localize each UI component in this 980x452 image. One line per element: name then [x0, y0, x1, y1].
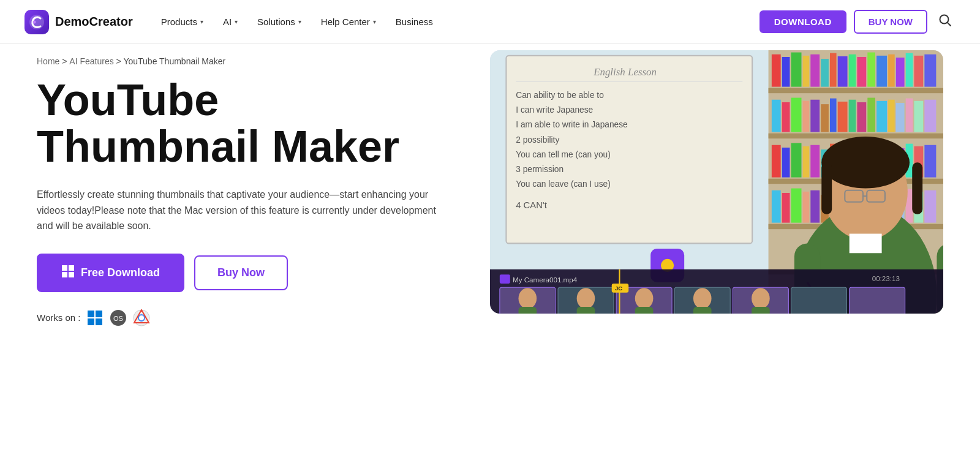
breadcrumb: Home > AI Features > YouTube Thumbnail M…	[37, 56, 453, 77]
brand-name: DemoCreator	[55, 15, 133, 29]
svg-rect-42	[782, 102, 790, 132]
svg-rect-26	[791, 53, 802, 87]
svg-rect-61	[803, 146, 810, 178]
help-chevron-icon: ▾	[373, 18, 376, 25]
breadcrumb-ai-features[interactable]: AI Features	[69, 56, 113, 66]
svg-rect-25	[782, 57, 790, 87]
svg-rect-77	[791, 189, 802, 223]
svg-rect-74	[924, 145, 936, 178]
svg-rect-37	[896, 58, 905, 87]
svg-rect-28	[810, 55, 820, 87]
nav-business[interactable]: Business	[387, 12, 442, 32]
svg-rect-56	[914, 101, 923, 132]
svg-rect-33	[857, 57, 866, 87]
hero-title: YouTube Thumbnail Maker	[37, 77, 453, 170]
hero-buttons: Free Download Buy Now	[37, 254, 453, 292]
hero-left: Home > AI Features > YouTube Thumbnail M…	[37, 50, 453, 326]
nav-products[interactable]: Products ▾	[153, 12, 212, 32]
windows-icon	[61, 265, 75, 281]
svg-rect-138	[693, 307, 712, 314]
nav-help-center[interactable]: Help Center ▾	[312, 12, 385, 32]
svg-rect-46	[821, 104, 829, 132]
svg-rect-91	[924, 190, 936, 223]
svg-rect-40	[924, 55, 936, 87]
svg-rect-8	[88, 311, 94, 317]
svg-rect-41	[772, 100, 781, 132]
svg-rect-43	[791, 98, 802, 132]
svg-rect-140	[752, 307, 770, 314]
svg-rect-128	[850, 287, 905, 314]
nav-actions: DOWNLOAD BUY NOW	[760, 10, 956, 34]
svg-rect-29	[821, 59, 829, 86]
hero-description: Effortlessly create stunning thumbnails …	[37, 187, 453, 234]
products-chevron-icon: ▾	[200, 18, 203, 25]
svg-rect-54	[896, 103, 905, 132]
buy-now-button[interactable]: Buy Now	[194, 255, 288, 290]
svg-rect-79	[810, 190, 820, 223]
svg-point-133	[577, 288, 595, 309]
svg-rect-50	[857, 102, 866, 132]
svg-rect-10	[88, 318, 94, 325]
svg-rect-51	[867, 98, 875, 132]
svg-rect-27	[803, 56, 810, 87]
nav-links: Products ▾ AI ▾ Solutions ▾ Help Center …	[153, 12, 760, 32]
svg-text:You can leave       (can I use: You can leave (can I use)	[516, 179, 611, 189]
svg-rect-108	[912, 162, 922, 214]
logo-link[interactable]: DemoCreator	[24, 10, 133, 34]
svg-rect-127	[791, 287, 847, 314]
works-on: Works on : OS	[37, 309, 453, 326]
ai-chevron-icon: ▾	[235, 18, 238, 25]
svg-rect-62	[810, 145, 820, 178]
svg-rect-9	[96, 311, 102, 317]
svg-rect-52	[876, 101, 887, 132]
svg-rect-7	[69, 272, 74, 277]
svg-rect-53	[888, 100, 895, 132]
svg-text:2  possibility: 2 possibility	[516, 135, 559, 145]
logo-icon	[24, 10, 49, 34]
nav-buynow-button[interactable]: BUY NOW	[854, 10, 927, 34]
free-download-button[interactable]: Free Download	[37, 254, 184, 292]
nav-ai[interactable]: AI ▾	[214, 12, 246, 32]
svg-rect-49	[849, 100, 856, 132]
svg-text:JC: JC	[615, 285, 622, 292]
svg-text:English Lesson: English Lesson	[593, 66, 657, 78]
svg-rect-75	[772, 190, 781, 223]
svg-point-1	[33, 20, 36, 23]
svg-text:3  permission: 3 permission	[516, 165, 564, 174]
svg-rect-35	[876, 56, 887, 87]
svg-rect-58	[772, 145, 781, 178]
svg-rect-36	[888, 55, 895, 87]
svg-point-137	[693, 288, 712, 309]
svg-rect-59	[782, 148, 790, 178]
svg-point-135	[635, 288, 654, 309]
svg-text:4   CAN't: 4 CAN't	[516, 200, 547, 210]
nav-solutions[interactable]: Solutions ▾	[249, 12, 310, 32]
svg-rect-38	[906, 53, 913, 87]
svg-rect-32	[849, 55, 856, 87]
svg-line-3	[948, 23, 951, 26]
search-button[interactable]	[935, 10, 956, 34]
svg-rect-107	[821, 162, 832, 214]
svg-rect-30	[830, 53, 837, 87]
hero-image: English Lesson Can ability to be able to…	[490, 50, 943, 314]
svg-rect-48	[838, 102, 848, 132]
svg-rect-34	[867, 53, 875, 87]
hero-right: English Lesson Can ability to be able to…	[490, 50, 943, 314]
svg-text:My Camera001.mp4: My Camera001.mp4	[513, 276, 578, 284]
breadcrumb-current: YouTube Thumbnail Maker	[123, 56, 225, 66]
svg-text:I am able to write in Japanese: I am able to write in Japanese	[516, 120, 628, 129]
hero-section: Home > AI Features > YouTube Thumbnail M…	[0, 44, 980, 351]
nav-download-button[interactable]: DOWNLOAD	[760, 10, 846, 33]
svg-rect-134	[577, 307, 595, 314]
svg-rect-39	[914, 56, 923, 87]
svg-text:You can tell me  (can you): You can tell me (can you)	[516, 150, 610, 159]
search-icon	[938, 13, 952, 27]
svg-rect-76	[782, 193, 790, 223]
svg-rect-44	[803, 101, 810, 132]
svg-text:OS: OS	[113, 315, 123, 322]
solutions-chevron-icon: ▾	[298, 18, 301, 25]
svg-text:I can write Japanese: I can write Japanese	[516, 105, 593, 115]
breadcrumb-home[interactable]: Home	[37, 56, 59, 66]
svg-rect-45	[810, 100, 820, 132]
svg-rect-120	[500, 274, 510, 284]
